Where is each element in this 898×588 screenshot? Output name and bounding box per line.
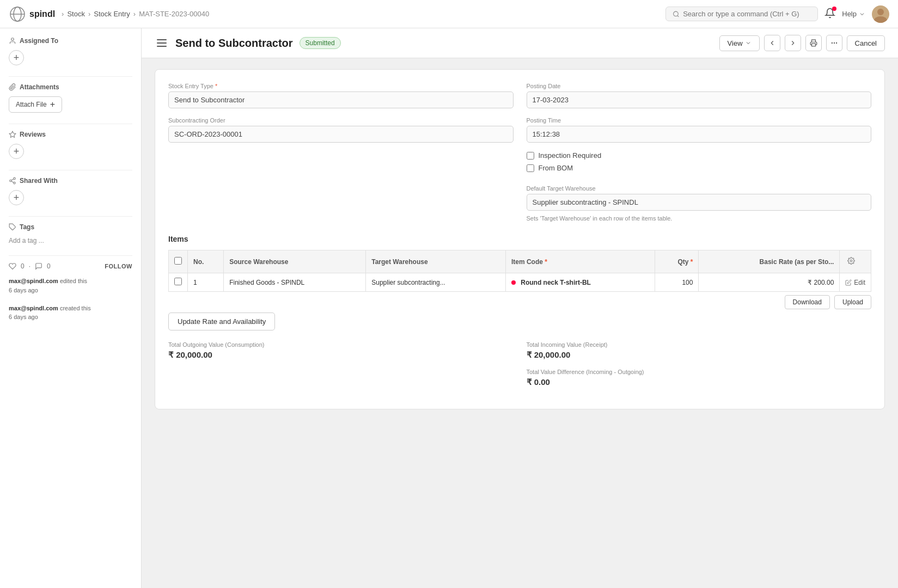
download-button[interactable]: Download xyxy=(785,295,830,309)
next-button[interactable] xyxy=(785,35,801,51)
search-input[interactable] xyxy=(683,10,811,18)
chevron-down-icon xyxy=(745,40,752,46)
total-incoming-label: Total Incoming Value (Receipt) xyxy=(527,341,872,348)
search-icon xyxy=(673,10,680,18)
svg-rect-15 xyxy=(811,44,815,46)
heart-icon xyxy=(9,262,16,270)
stock-entry-type-input[interactable] xyxy=(168,91,514,108)
table-row: 1 Finished Goods - SPINDL Supplier subco… xyxy=(169,273,871,292)
add-tag-link[interactable]: Add a tag ... xyxy=(9,237,44,244)
view-button[interactable]: View xyxy=(719,35,760,51)
printer-icon xyxy=(810,39,817,47)
topnav-right: Help xyxy=(665,5,889,23)
sidebar: Assigned To + Attachments Attach File + xyxy=(0,28,142,588)
likes-count: 0 xyxy=(21,262,25,270)
breadcrumb-stock-entry[interactable]: Stock Entry xyxy=(94,10,130,18)
from-bom-label: From BOM xyxy=(539,164,573,172)
th-item-code: Item Code * xyxy=(505,250,655,273)
cancel-button[interactable]: Cancel xyxy=(847,35,885,51)
table-actions: Download Upload xyxy=(168,292,871,313)
share-icon xyxy=(9,177,16,185)
svg-point-7 xyxy=(11,38,14,41)
posting-time-label: Posting Time xyxy=(527,117,872,124)
logo[interactable]: spindl xyxy=(9,5,55,23)
assigned-to-label: Assigned To xyxy=(20,37,58,45)
th-no: No. xyxy=(188,250,224,273)
more-button[interactable] xyxy=(826,35,842,51)
th-source-warehouse: Source Warehouse xyxy=(224,250,366,273)
activity-log: max@spindl.com edited this 6 days ago ma… xyxy=(9,277,132,322)
follow-row: 0 · 0 FOLLOW xyxy=(9,262,132,270)
divider-2 xyxy=(9,124,132,124)
svg-point-3 xyxy=(674,11,679,16)
subcontracting-order-group: Subcontracting Order xyxy=(168,117,514,143)
shared-with-label: Shared With xyxy=(20,177,58,185)
gear-icon xyxy=(847,257,855,265)
more-horizontal-icon xyxy=(830,39,838,47)
attach-file-label: Attach File xyxy=(16,101,47,108)
page-header: Send to Subcontractor Submitted View xyxy=(142,28,898,58)
svg-line-4 xyxy=(677,15,679,16)
target-warehouse-helper: Sets 'Target Warehouse' in each row of t… xyxy=(527,215,872,222)
chevron-left-icon xyxy=(768,39,776,47)
comments-count: 0 xyxy=(47,262,51,270)
paperclip-icon xyxy=(9,83,16,91)
row-checkbox-cell xyxy=(169,273,188,292)
divider-3 xyxy=(9,170,132,170)
posting-time-input[interactable] xyxy=(527,126,872,143)
edit-row-button[interactable]: Edit xyxy=(845,279,865,286)
search-bar[interactable] xyxy=(665,7,818,21)
shared-with-title: Shared With xyxy=(9,177,132,185)
total-incoming-group: Total Incoming Value (Receipt) ₹ 20,000.… xyxy=(527,341,872,360)
inspection-required-label: Inspection Required xyxy=(539,151,602,160)
page-title: Send to Subcontractor xyxy=(175,37,293,50)
subcontracting-order-input[interactable] xyxy=(168,126,514,143)
table-settings-button[interactable] xyxy=(845,255,857,268)
menu-toggle[interactable] xyxy=(155,37,169,49)
help-label: Help xyxy=(842,10,857,18)
breadcrumb-stock[interactable]: Stock xyxy=(67,10,85,18)
qty-req: * xyxy=(691,258,693,266)
items-title: Items xyxy=(168,235,871,243)
inspection-required-checkbox[interactable] xyxy=(527,152,534,160)
item-code-req: * xyxy=(545,258,547,266)
print-button[interactable] xyxy=(805,35,822,51)
select-all-checkbox[interactable] xyxy=(174,257,182,265)
shared-with-add-button[interactable]: + xyxy=(9,190,24,205)
default-target-warehouse-input[interactable] xyxy=(527,194,872,211)
total-difference-group: Total Value Difference (Incoming - Outgo… xyxy=(527,369,872,387)
follow-button[interactable]: FOLLOW xyxy=(105,263,132,270)
main-content: Send to Subcontractor Submitted View xyxy=(142,28,898,588)
upload-button[interactable]: Upload xyxy=(834,295,871,309)
notification-bell[interactable] xyxy=(824,8,835,20)
total-incoming-value: ₹ 20,000.00 xyxy=(527,350,872,360)
row-checkbox[interactable] xyxy=(174,278,182,285)
row-no: 1 xyxy=(188,273,224,292)
th-basic-rate: Basic Rate (as per Sto... xyxy=(699,250,840,273)
svg-point-19 xyxy=(851,260,853,262)
row-item-code-text: Round neck T-shirt-BL xyxy=(521,279,591,286)
activity-action-1: edited this xyxy=(60,278,87,284)
topnav: spindl › Stock › Stock Entry › MAT-STE-2… xyxy=(0,0,898,28)
help-menu[interactable]: Help xyxy=(842,10,865,18)
notification-dot xyxy=(832,7,836,11)
prev-button[interactable] xyxy=(764,35,780,51)
activity-time-2: 6 days ago xyxy=(9,314,38,320)
avatar[interactable] xyxy=(872,5,889,23)
reviews-section: Reviews + xyxy=(9,131,132,159)
form-row-3-right: Inspection Required From BOM xyxy=(527,151,872,176)
total-difference-label: Total Value Difference (Incoming - Outgo… xyxy=(527,369,872,375)
attachments-section: Attachments Attach File + xyxy=(9,83,132,113)
assigned-to-add-button[interactable]: + xyxy=(9,50,24,65)
assigned-to-title: Assigned To xyxy=(9,37,132,45)
update-rate-button[interactable]: Update Rate and Availability xyxy=(168,313,275,330)
activity-item-1: max@spindl.com edited this 6 days ago xyxy=(9,277,132,295)
from-bom-checkbox[interactable] xyxy=(527,164,534,172)
svg-marker-8 xyxy=(9,131,16,137)
main-form-card: Stock Entry Type * Posting Date Subcontr… xyxy=(155,69,885,409)
attach-file-button[interactable]: Attach File + xyxy=(9,96,62,113)
posting-date-input[interactable] xyxy=(527,91,872,108)
reviews-add-button[interactable]: + xyxy=(9,144,24,159)
default-target-warehouse-group: Default Target Warehouse Sets 'Target Wa… xyxy=(527,185,872,222)
svg-line-13 xyxy=(11,179,14,180)
